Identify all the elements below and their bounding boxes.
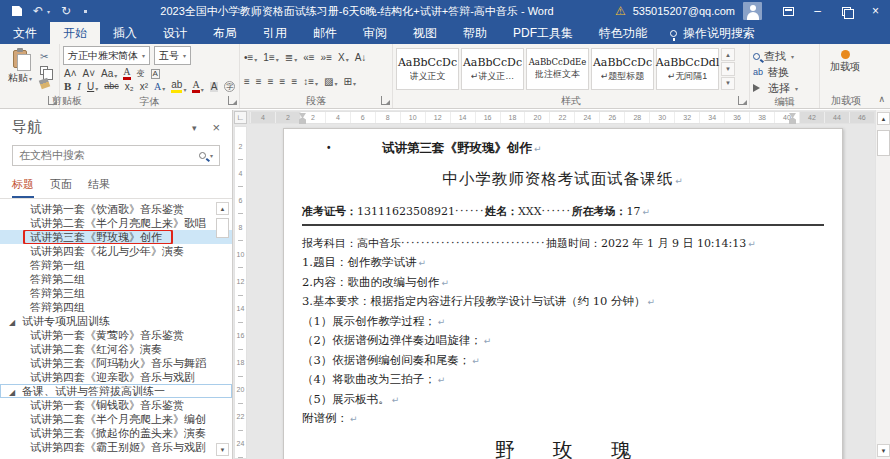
undo-icon[interactable]: ↶: [33, 5, 43, 17]
replace-button[interactable]: ab替换: [753, 65, 816, 79]
doc-body-line[interactable]: 3.基本要求：根据指定内容进行片段教学设计与试讲（约 10 分钟）↵: [302, 292, 824, 312]
numbered-list-icon[interactable]: 1≡▾: [262, 52, 279, 64]
nav-item-4[interactable]: 试讲第四套《花儿与少年》演奏: [0, 244, 232, 258]
font-name-combo[interactable]: 方正中雅宋简体▾: [63, 46, 150, 65]
nav-item-14[interactable]: ◢备课、试讲与答辩拔高训练一: [0, 384, 232, 398]
nav-item-6[interactable]: 答辩第二组: [0, 272, 232, 286]
asian-layout-icon[interactable]: X▾: [337, 52, 350, 64]
nav-item-3[interactable]: 试讲第三套《野玫瑰》创作: [0, 230, 232, 244]
nav-tab-标题[interactable]: 标题: [12, 177, 34, 198]
nav-item-5[interactable]: 答辩第一组: [0, 258, 232, 272]
nav-item-16[interactable]: 试讲第二套《半个月亮爬上来》编创: [0, 412, 232, 426]
tab-references[interactable]: 引用: [250, 22, 300, 44]
tab-pdf-tools[interactable]: PDF工具集: [500, 22, 586, 44]
nav-search-box[interactable]: 在文档中搜索 ▾: [12, 145, 220, 166]
tab-design[interactable]: 设计: [150, 22, 200, 44]
tab-view[interactable]: 视图: [400, 22, 450, 44]
nav-item-11[interactable]: 试讲第二套《红河谷》演奏: [0, 342, 232, 356]
distribute-icon[interactable]: ≡: [290, 76, 298, 88]
doc-body-line[interactable]: （1）展示创作教学过程；↵: [302, 312, 824, 332]
tab-home[interactable]: 开始: [50, 22, 100, 44]
doc-body-line[interactable]: （3）依据谱例编创间奏和尾奏；↵: [302, 351, 824, 371]
addins-button[interactable]: 加载项: [823, 46, 867, 73]
nav-close-icon[interactable]: ×: [212, 120, 220, 135]
paste-button[interactable]: 粘贴▾: [3, 46, 37, 108]
tab-file[interactable]: 文件: [0, 22, 50, 44]
expand-triangle-icon[interactable]: ◢: [9, 386, 22, 398]
nav-item-8[interactable]: 答辩第四组: [0, 300, 232, 314]
tab-special-features[interactable]: 特色功能: [586, 22, 660, 44]
paragraph-dialog-launcher[interactable]: [381, 96, 390, 105]
highlight-color-icon[interactable]: ab▾: [170, 79, 187, 94]
doc-meta-line[interactable]: 准考证号：13111623508921······姓名：XXX······所在考…: [302, 202, 824, 221]
redo-icon[interactable]: ↻: [61, 5, 71, 17]
doc-meta-line[interactable]: 报考科目：高中音乐·····························抽题…: [302, 234, 824, 253]
sort-icon[interactable]: A↓: [354, 52, 368, 64]
scroll-up-icon[interactable]: ▲: [877, 112, 890, 125]
styles-scroll-down-icon[interactable]: ▼: [721, 62, 735, 75]
align-left-icon[interactable]: ≡: [243, 76, 251, 88]
nav-scroll-down-icon[interactable]: ▼: [216, 443, 229, 456]
collapse-ribbon-icon[interactable]: ∧: [878, 94, 885, 104]
nav-item-2[interactable]: 试讲第二套《半个月亮爬上来》歌唱: [0, 216, 232, 230]
user-avatar[interactable]: [743, 2, 762, 20]
tab-review[interactable]: 审阅: [350, 22, 400, 44]
align-right-icon[interactable]: ≡: [267, 76, 275, 88]
vertical-ruler[interactable]: 24681012141618202224: [234, 126, 247, 459]
style-card-5[interactable]: AaBbCcDdl↵无间隔1: [656, 48, 719, 90]
superscript-icon[interactable]: x²: [139, 81, 149, 93]
nav-search-caret-icon[interactable]: ▾: [210, 152, 213, 159]
nav-options-chevron-icon[interactable]: ▾: [192, 123, 197, 133]
tab-layout[interactable]: 布局: [200, 22, 250, 44]
tab-help[interactable]: 帮助: [450, 22, 500, 44]
font-size-combo[interactable]: 五号▾: [154, 46, 191, 65]
text-effects-icon[interactable]: A▾: [153, 81, 166, 93]
style-card-3[interactable]: AaBbCcDdEe批注框文本: [526, 48, 589, 90]
italic-icon[interactable]: I: [76, 80, 82, 93]
subscript-icon[interactable]: x₂: [124, 81, 135, 93]
copy-icon[interactable]: [40, 66, 48, 75]
character-shading-icon[interactable]: A: [209, 81, 220, 93]
tab-mailings[interactable]: 邮件: [300, 22, 350, 44]
tell-me-search[interactable]: 操作说明搜索: [660, 22, 765, 44]
font-color-icon[interactable]: A▾: [191, 79, 204, 94]
cut-icon[interactable]: ✂: [40, 52, 49, 62]
phonetic-guide-icon[interactable]: 变: [136, 69, 146, 79]
account-email[interactable]: 535015207@qq.com: [633, 5, 735, 17]
nav-tab-页面[interactable]: 页面: [50, 177, 72, 198]
style-card-4[interactable]: AaBbCcDc↵题型标题: [591, 48, 654, 90]
justify-icon[interactable]: ≡: [279, 76, 287, 88]
restore-button[interactable]: [832, 0, 861, 22]
doc-body-line[interactable]: 1.题目：创作教学试讲↵: [302, 253, 824, 273]
multilevel-list-icon[interactable]: ≣▾: [284, 52, 298, 64]
expand-triangle-icon[interactable]: ◢: [9, 316, 22, 328]
underline-icon[interactable]: U▾: [86, 81, 99, 93]
doc-body-line[interactable]: 2.内容：歌曲的改编与创作↵: [302, 273, 824, 293]
nav-item-18[interactable]: 试讲第四套《霸王别姬》音乐与戏剧: [0, 440, 232, 454]
select-button[interactable]: 选择▾: [753, 81, 816, 95]
bold-icon[interactable]: B: [63, 80, 72, 93]
horizontal-ruler[interactable]: 4224681012141618202224262830323436384042…: [249, 111, 875, 124]
customize-qat-icon[interactable]: [84, 10, 87, 13]
scroll-down-icon[interactable]: ▼: [877, 444, 890, 457]
styles-dialog-launcher[interactable]: [738, 96, 747, 105]
nav-item-7[interactable]: 答辩第三组: [0, 286, 232, 300]
scroll-thumb[interactable]: [877, 130, 890, 156]
nav-scroll-thumb[interactable]: [216, 218, 229, 238]
increase-indent-icon[interactable]: »≡: [320, 52, 333, 64]
doc-body-line[interactable]: （2）依据谱例边弹伴奏边唱旋律；↵: [302, 331, 824, 351]
shading-icon[interactable]: ▨▾: [323, 76, 338, 88]
nav-item-9[interactable]: ◢试讲专项巩固训练: [0, 314, 232, 328]
undo-caret-icon[interactable]: ▾: [47, 8, 50, 15]
nav-item-13[interactable]: 试讲第四套《迎亲歌》音乐与戏剧: [0, 370, 232, 384]
nav-item-17[interactable]: 试讲第三套《掀起你的盖头来》演奏: [0, 426, 232, 440]
nav-item-12[interactable]: 试讲第三套《阿玛勒火》音乐与舞蹈: [0, 356, 232, 370]
style-card-2[interactable]: AaBbCcDc↵讲义正…: [461, 48, 524, 90]
minimize-button[interactable]: –: [803, 0, 832, 22]
document-page[interactable]: •试讲第三套《野玫瑰》创作↵中小学教师资格考试面试备课纸↵准考证号：131116…: [283, 128, 843, 459]
doc-heading[interactable]: •试讲第三套《野玫瑰》创作↵: [302, 137, 824, 161]
save-icon[interactable]: [12, 6, 22, 16]
close-button[interactable]: ×: [861, 0, 890, 22]
doc-body-line[interactable]: （4）将歌曲改为三拍子；↵: [302, 370, 824, 390]
align-center-icon[interactable]: ≡: [255, 76, 263, 88]
